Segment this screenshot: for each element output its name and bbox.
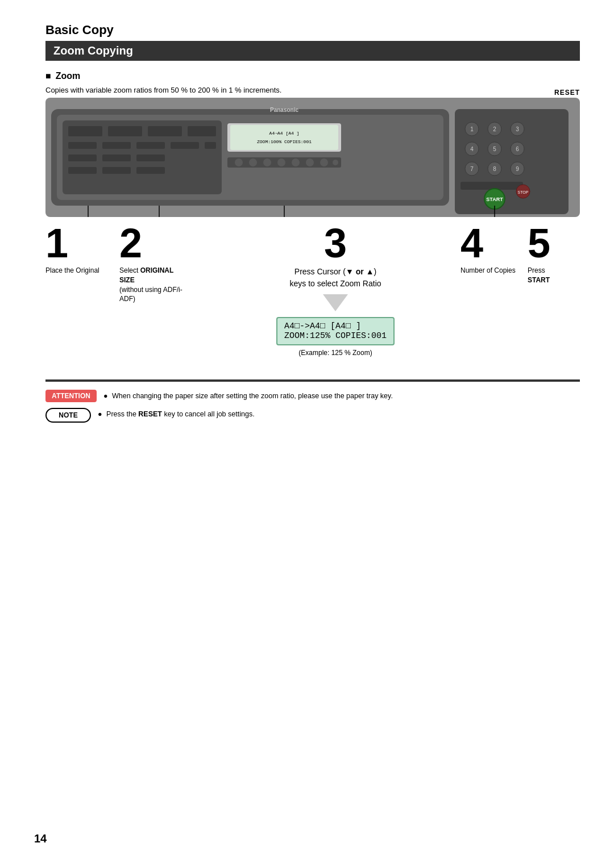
svg-rect-3 [68, 126, 102, 136]
svg-text:2: 2 [493, 126, 496, 132]
zoom-copying-banner: Zoom Copying [45, 41, 580, 61]
svg-text:9: 9 [516, 166, 519, 172]
bottom-divider [45, 379, 580, 382]
bullet-dot-note: ● [98, 410, 102, 418]
svg-point-24 [249, 158, 257, 166]
svg-rect-10 [171, 142, 199, 149]
example-text: (Example: 125 % Zoom) [298, 349, 372, 357]
step-4-label: Number of Copies [460, 266, 516, 274]
svg-rect-4 [108, 126, 142, 136]
svg-text:STOP: STOP [518, 190, 529, 194]
svg-rect-6 [188, 126, 216, 136]
display-line1: A4□->A4□ [A4□ ] [284, 322, 387, 331]
svg-point-27 [292, 158, 300, 166]
step-2-label-normal: Select [119, 266, 140, 274]
note-text: ● Press the RESET key to cancel all job … [98, 408, 255, 420]
zoom-section-heading: Zoom [45, 71, 580, 81]
steps-layout: 1 Place the Original 2 Select ORIGINAL S… [45, 223, 580, 357]
svg-point-30 [333, 160, 338, 165]
svg-rect-11 [205, 142, 216, 149]
reset-label: RESET [554, 89, 580, 97]
svg-rect-19 [230, 125, 338, 150]
svg-point-23 [235, 158, 243, 166]
step-3-line1-pre: Press Cursor ( [294, 267, 346, 276]
step-3-line2: keys to select Zoom Ratio [289, 279, 381, 288]
attention-row: ATTENTION ● When changing the paper size… [45, 390, 580, 402]
step-4: 4 Number of Copies [455, 223, 523, 276]
step-5-label-pre: Press [528, 266, 545, 274]
step-1-desc: Place the Original [45, 266, 99, 276]
svg-text:1: 1 [470, 126, 474, 132]
step-5: 5 Press START [523, 223, 580, 285]
step-3-number: 3 [324, 223, 347, 264]
printer-image: A4→A4 [A4 ] ZOOM:100% COPIES:001 1 2 3 4 [45, 98, 580, 217]
step-1: 1 Place the Original [45, 223, 119, 276]
svg-text:5: 5 [493, 146, 496, 152]
bullet-dot-attention: ● [103, 392, 108, 400]
note-text-bold: RESET [138, 410, 162, 418]
step-5-number: 5 [528, 223, 550, 264]
svg-text:7: 7 [470, 166, 474, 172]
svg-rect-9 [136, 142, 165, 149]
svg-rect-14 [136, 155, 165, 161]
attention-badge: ATTENTION [45, 390, 97, 402]
svg-rect-7 [68, 142, 97, 149]
svg-text:ZOOM:100% COPIES:001: ZOOM:100% COPIES:001 [257, 139, 312, 144]
attention-note-section: ATTENTION ● When changing the paper size… [45, 390, 580, 423]
svg-rect-16 [102, 167, 131, 174]
step-2: 2 Select ORIGINAL SIZE (without using AD… [119, 223, 216, 304]
svg-text:4: 4 [470, 146, 474, 152]
step-2-desc: Select ORIGINAL SIZE (without using ADF/… [119, 266, 188, 304]
svg-point-28 [306, 158, 314, 166]
svg-rect-8 [102, 142, 131, 149]
step-3: 3 Press Cursor (▼ or ▲) keys to select Z… [216, 223, 455, 357]
page-container: Basic Copy Zoom Copying Zoom Copies with… [0, 0, 614, 868]
zoom-subtitle: Copies with variable zoom ratios from 50… [45, 86, 281, 94]
step-3-line1-post: ) [374, 267, 377, 276]
svg-rect-12 [68, 155, 97, 161]
step-5-desc: Press START [528, 266, 550, 285]
step-2-label-extra: (without using ADF/i-ADF) [119, 286, 182, 303]
basic-copy-heading: Basic Copy [45, 23, 580, 37]
step-1-number: 1 [45, 223, 68, 264]
svg-text:START: START [486, 197, 503, 202]
note-text-post: key to cancel all job settings. [162, 410, 255, 418]
note-badge: NOTE [45, 408, 91, 423]
step-1-label: Place the Original [45, 266, 99, 274]
step-5-label-bold: START [528, 276, 550, 284]
step-2-number: 2 [119, 223, 142, 264]
svg-text:Panasonic: Panasonic [270, 107, 298, 113]
page-number: 14 [34, 832, 47, 845]
svg-rect-17 [136, 167, 165, 174]
svg-rect-15 [68, 167, 97, 174]
down-arrow-icon [323, 294, 348, 311]
svg-text:3: 3 [516, 126, 519, 132]
attention-text: ● When changing the paper size after set… [103, 390, 393, 402]
note-row: NOTE ● Press the RESET key to cancel all… [45, 408, 580, 423]
step-4-desc: Number of Copies [460, 266, 516, 276]
display-box: A4□->A4□ [A4□ ] ZOOM:125% COPIES:001 [276, 317, 395, 345]
svg-point-29 [320, 158, 328, 166]
svg-point-25 [263, 158, 271, 166]
display-line2: ZOOM:125% COPIES:001 [284, 331, 387, 341]
step-4-number: 4 [460, 223, 483, 264]
svg-rect-13 [102, 155, 131, 161]
svg-text:8: 8 [493, 166, 496, 172]
note-text-pre: Press the [106, 410, 138, 418]
step-3-line1-symbols: ▼ or ▲ [346, 267, 374, 276]
attention-text-content: When changing the paper size after setti… [112, 392, 393, 400]
svg-rect-5 [148, 126, 182, 136]
step-3-desc: Press Cursor (▼ or ▲) keys to select Zoo… [289, 266, 381, 290]
svg-text:A4→A4  [A4  ]: A4→A4 [A4 ] [269, 131, 300, 136]
svg-point-26 [277, 158, 285, 166]
svg-text:6: 6 [516, 146, 519, 152]
